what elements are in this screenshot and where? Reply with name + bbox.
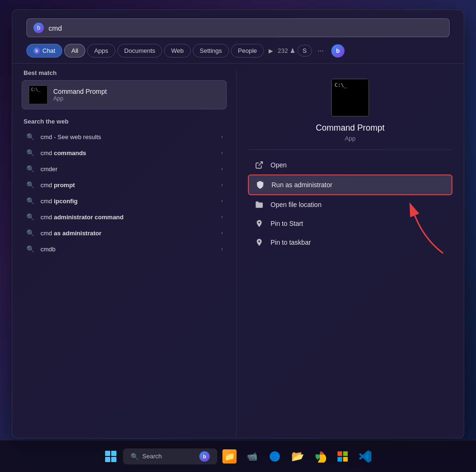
action-run-admin[interactable]: Run as administrator <box>248 174 452 195</box>
win-logo-grid <box>105 451 116 462</box>
taskbar-file-explorer[interactable]: 📁 <box>219 446 240 467</box>
store-icon <box>336 449 350 464</box>
search-icon-6: 🔍 <box>25 229 35 237</box>
taskbar-file-manager[interactable]: 📂 <box>287 446 308 467</box>
tab-chat-label: Chat <box>42 47 55 54</box>
web-item-cmd-ipconfig[interactable]: 🔍 cmd ipconfig › <box>22 193 227 209</box>
taskbar-edge[interactable] <box>264 446 285 467</box>
win-logo-q2 <box>111 451 116 456</box>
web-item-text-4: cmd ipconfig <box>41 198 215 205</box>
desktop: b cmd b Chat All Apps Documents Web Se <box>0 0 476 472</box>
web-item-cmd-commands[interactable]: 🔍 cmd commands › <box>22 145 227 161</box>
web-search-section: Search the web 🔍 cmd - See web results ›… <box>22 118 227 257</box>
action-location-label: Open file location <box>271 201 321 208</box>
pin-taskbar-icon <box>254 238 264 247</box>
admin-icon <box>255 180 265 190</box>
web-item-text-1: cmd commands <box>41 149 215 157</box>
tab-all[interactable]: All <box>64 44 85 58</box>
web-item-text-6: cmd as administrator <box>41 230 215 237</box>
count-number: 232 <box>278 47 288 54</box>
chevron-icon-2: › <box>221 166 223 172</box>
chat-bing-icon: b <box>33 48 40 54</box>
folder-icon <box>254 200 264 209</box>
web-item-text-7: cmdb <box>41 246 215 253</box>
tab-apps-label: Apps <box>94 47 108 54</box>
best-match-info: Command Prompt App <box>53 88 107 102</box>
tab-settings[interactable]: Settings <box>193 44 229 58</box>
svg-rect-6 <box>343 451 348 456</box>
chrome-icon <box>313 449 327 464</box>
svg-rect-7 <box>337 457 342 462</box>
action-pin-start-label: Pin to Start <box>271 220 303 227</box>
chevron-icon-7: › <box>221 246 223 252</box>
action-open-label: Open <box>271 161 287 169</box>
best-match-item[interactable]: Command Prompt App <box>22 80 227 109</box>
chevron-icon-3: › <box>221 182 223 188</box>
web-item-cmdb[interactable]: 🔍 cmdb › <box>22 241 227 257</box>
taskbar-chrome[interactable] <box>310 446 330 467</box>
taskbar-left-group: 🔍 Search b 📁 📹 <box>100 446 376 467</box>
search-bar-container[interactable]: b cmd <box>26 18 450 37</box>
bing-tab-icon[interactable]: b <box>331 44 345 58</box>
action-open-location[interactable]: Open file location <box>248 195 452 214</box>
taskbar-vscode[interactable] <box>355 446 376 467</box>
web-item-cmder[interactable]: 🔍 cmder › <box>22 161 227 177</box>
action-pin-taskbar-label: Pin to taskbar <box>271 239 311 246</box>
web-item-cmd-prompt[interactable]: 🔍 cmd prompt › <box>22 177 227 193</box>
web-item-text-3: cmd prompt <box>41 182 215 189</box>
tab-settings-label: Settings <box>200 47 222 54</box>
svg-rect-8 <box>343 457 348 462</box>
taskbar-search-icon: 🔍 <box>131 453 139 460</box>
tab-web[interactable]: Web <box>164 44 191 58</box>
web-item-cmd-as-admin[interactable]: 🔍 cmd as administrator › <box>22 225 227 241</box>
tab-s[interactable]: S <box>297 45 312 57</box>
action-pin-taskbar[interactable]: Pin to taskbar <box>248 233 452 252</box>
file-explorer-icon: 📁 <box>222 449 237 464</box>
taskbar-store[interactable] <box>332 446 353 467</box>
taskbar-search[interactable]: 🔍 Search b <box>123 448 217 464</box>
left-panel: Best match Command Prompt App Search the… <box>12 69 236 436</box>
chevron-icon-1: › <box>221 149 223 156</box>
tab-all-label: All <box>71 47 78 54</box>
web-item-text-2: cmder <box>41 166 215 173</box>
start-menu: b cmd b Chat All Apps Documents Web Se <box>12 9 464 439</box>
start-button[interactable] <box>100 446 121 467</box>
action-admin-label: Run as administrator <box>271 181 332 189</box>
search-icon-3: 🔍 <box>25 181 35 189</box>
cmd-icon-large <box>331 79 369 116</box>
search-icon-5: 🔍 <box>25 213 35 221</box>
search-icon-4: 🔍 <box>25 197 35 205</box>
web-item-text-5: cmd administrator command <box>41 214 215 221</box>
bing-search-icon: b <box>33 23 44 33</box>
taskbar-search-label: Search <box>142 453 162 460</box>
tab-count: 232 ♟ <box>278 47 295 54</box>
right-panel: Command Prompt App Open <box>236 69 464 436</box>
taskbar-media[interactable]: 📹 <box>242 446 263 467</box>
web-item-cmd-web[interactable]: 🔍 cmd - See web results › <box>22 129 227 145</box>
svg-point-1 <box>258 222 260 224</box>
tab-play-icon[interactable]: ▶ <box>266 46 276 56</box>
win-logo-q1 <box>105 451 110 456</box>
search-icon-7: 🔍 <box>25 245 35 253</box>
best-match-type: App <box>53 95 107 102</box>
tab-documents-label: Documents <box>124 47 156 54</box>
tab-chat[interactable]: b Chat <box>26 44 62 58</box>
web-item-cmd-admin-command[interactable]: 🔍 cmd administrator command › <box>22 209 227 225</box>
tab-apps[interactable]: Apps <box>87 44 115 58</box>
chevron-icon-6: › <box>221 230 223 236</box>
svg-line-0 <box>259 162 263 166</box>
windows-logo <box>101 447 120 466</box>
search-icon-1: 🔍 <box>25 149 35 157</box>
tab-more-button[interactable]: ··· <box>314 45 328 57</box>
tab-documents[interactable]: Documents <box>117 44 163 58</box>
action-items: Open Run as administrator <box>248 156 452 252</box>
best-match-name: Command Prompt <box>53 88 107 95</box>
web-search-label: Search the web <box>22 118 227 125</box>
action-pin-start[interactable]: Pin to Start <box>248 214 452 233</box>
search-input[interactable]: cmd <box>49 24 443 32</box>
chevron-icon-5: › <box>221 214 223 220</box>
file-manager-icon: 📂 <box>290 449 304 464</box>
win-logo-q3 <box>105 457 110 462</box>
action-open[interactable]: Open <box>248 156 452 174</box>
tab-people[interactable]: People <box>231 44 264 58</box>
